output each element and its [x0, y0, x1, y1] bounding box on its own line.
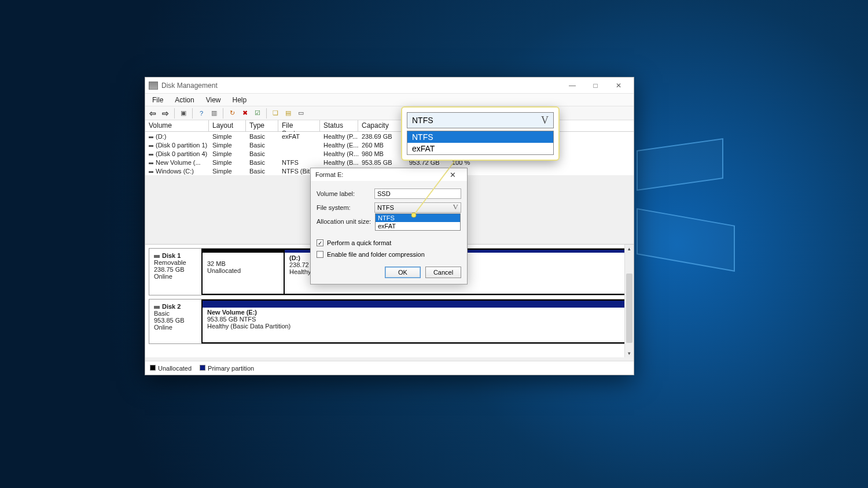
toolbar: ⇦ ⇨ ▣ ? ▥ ↻ ✖ ☑ ❏ ▤ ▭	[145, 106, 634, 120]
close-button[interactable]: ✕	[607, 78, 630, 93]
volume-row[interactable]: New Volume (...SimpleBasicNTFSHealthy (B…	[145, 158, 634, 167]
scroll-up-icon[interactable]: ▴	[625, 245, 634, 253]
props-icon[interactable]: ▥	[209, 108, 219, 119]
cancel-button[interactable]: Cancel	[425, 267, 461, 278]
col-volume[interactable]: Volume	[145, 120, 209, 131]
col-filesystem[interactable]: File System	[278, 120, 320, 131]
extend-icon[interactable]: ▭	[296, 108, 306, 119]
compression-checkbox[interactable]	[317, 251, 323, 258]
col-layout[interactable]: Layout	[209, 120, 246, 131]
back-button[interactable]: ⇦	[148, 108, 158, 119]
disk1-info[interactable]: Disk 1 Removable 238.75 GB Online	[149, 249, 201, 295]
flag-icon[interactable]: ▤	[283, 108, 293, 119]
dialog-close-button[interactable]: ✕	[443, 168, 462, 181]
legend-unallocated: Unallocated	[150, 365, 192, 372]
disk2-title: Disk 2	[162, 303, 181, 310]
disk2-info[interactable]: Disk 2 Basic 953.85 GB Online	[149, 300, 201, 343]
quick-format-label: Perform a quick format	[327, 239, 391, 246]
filesystem-select[interactable]: NTFS V NTFS exFAT	[374, 202, 461, 213]
volume-label-label: Volume label:	[317, 190, 374, 197]
callout-options: NTFS exFAT	[407, 131, 554, 155]
new-icon[interactable]: ❏	[270, 108, 281, 119]
menu-help[interactable]: Help	[227, 95, 253, 105]
volume-row[interactable]: (D:)SimpleBasicexFATHealthy (P...238.69 …	[145, 132, 634, 141]
window-title: Disk Management	[161, 82, 561, 90]
volume-label-input[interactable]: SSD	[374, 188, 461, 199]
quick-format-row[interactable]: ✓ Perform a quick format	[317, 238, 461, 248]
forward-button[interactable]: ⇨	[160, 108, 171, 119]
chevron-down-icon: V	[453, 202, 458, 212]
disk1-p0-status: Unallocated	[207, 267, 279, 274]
menu-file[interactable]: File	[146, 95, 169, 105]
disk2-kind: Basic	[154, 310, 197, 317]
disk1-kind: Removable	[154, 259, 197, 266]
callout-option-ntfs[interactable]: NTFS	[407, 131, 553, 143]
filesystem-dropdown: NTFS exFAT	[375, 213, 461, 231]
filesystem-option-ntfs[interactable]: NTFS	[376, 214, 460, 222]
menu-action[interactable]: Action	[169, 95, 200, 105]
col-status[interactable]: Status	[320, 120, 358, 131]
volume-row[interactable]: (Disk 0 partition 1)SimpleBasicHealthy (…	[145, 141, 634, 149]
menubar: File Action View Help	[145, 94, 634, 106]
dialog-titlebar: Format E: ✕	[311, 168, 467, 181]
filesystem-label: File system:	[317, 204, 374, 211]
menu-view[interactable]: View	[200, 95, 227, 105]
disk2-partition-e[interactable]: New Volume (E:) 953.85 GB NTFS Healthy (…	[203, 301, 628, 342]
chevron-down-icon: V	[541, 114, 549, 127]
legend-primary: Primary partition	[200, 365, 254, 372]
up-icon[interactable]: ▣	[178, 108, 189, 119]
graphical-scrollbar[interactable]: ▴ ▾	[624, 245, 634, 357]
dialog-title: Format E:	[315, 171, 343, 178]
col-capacity[interactable]: Capacity	[358, 120, 406, 131]
quick-format-checkbox[interactable]: ✓	[317, 239, 323, 246]
disk2-state: Online	[154, 324, 197, 331]
compression-row[interactable]: Enable file and folder compression	[317, 249, 461, 260]
disk1-state: Online	[154, 273, 197, 280]
callout-selected[interactable]: NTFS V	[407, 112, 554, 128]
legend: Unallocated Primary partition	[145, 361, 634, 375]
app-icon	[149, 82, 158, 90]
filesystem-option-exfat[interactable]: exFAT	[376, 222, 460, 230]
volume-list-header: Volume Layout Type File System Status Ca…	[145, 120, 634, 132]
callout-option-exfat[interactable]: exFAT	[407, 143, 553, 154]
disk2-bar: Disk 2 Basic 953.85 GB Online New Volume…	[149, 299, 630, 344]
scroll-thumb[interactable]	[626, 273, 632, 343]
disk2-size: 953.85 GB	[154, 317, 197, 324]
refresh-icon[interactable]: ↻	[227, 108, 237, 119]
compression-label: Enable file and folder compression	[327, 251, 425, 258]
check-icon[interactable]: ☑	[252, 108, 263, 119]
disk2-partitions: New Volume (E:) 953.85 GB NTFS Healthy (…	[201, 300, 630, 343]
delete-icon[interactable]: ✖	[240, 108, 250, 119]
disk1-title: Disk 1	[162, 252, 181, 259]
disk1-size: 238.75 GB	[154, 266, 197, 273]
col-type[interactable]: Type	[246, 120, 278, 131]
titlebar: Disk Management — □ ✕	[145, 77, 634, 94]
disk1-p0-size: 32 MB	[207, 260, 279, 267]
filesystem-value: NTFS	[377, 204, 394, 211]
volume-row[interactable]: (Disk 0 partition 4)SimpleBasicHealthy (…	[145, 149, 634, 158]
disk2-p0-line3: Healthy (Basic Data Partition)	[207, 323, 624, 330]
disk2-p0-line2: 953.85 GB NTFS	[207, 316, 624, 323]
minimize-button[interactable]: —	[561, 78, 584, 93]
disk1-unallocated[interactable]: 32 MB Unallocated	[203, 250, 284, 294]
scroll-down-icon[interactable]: ▾	[625, 349, 634, 357]
allocation-size-label: Allocation unit size:	[317, 218, 374, 225]
format-dialog: Format E: ✕ Volume label: SSD File syste…	[310, 168, 468, 284]
windows-logo-rays	[637, 150, 787, 353]
filesystem-callout: NTFS V NTFS exFAT	[402, 108, 558, 160]
ok-button[interactable]: OK	[385, 267, 421, 278]
disk2-p0-name: New Volume (E:)	[207, 309, 624, 316]
help-icon[interactable]: ?	[196, 108, 207, 119]
maximize-button[interactable]: □	[584, 78, 607, 93]
